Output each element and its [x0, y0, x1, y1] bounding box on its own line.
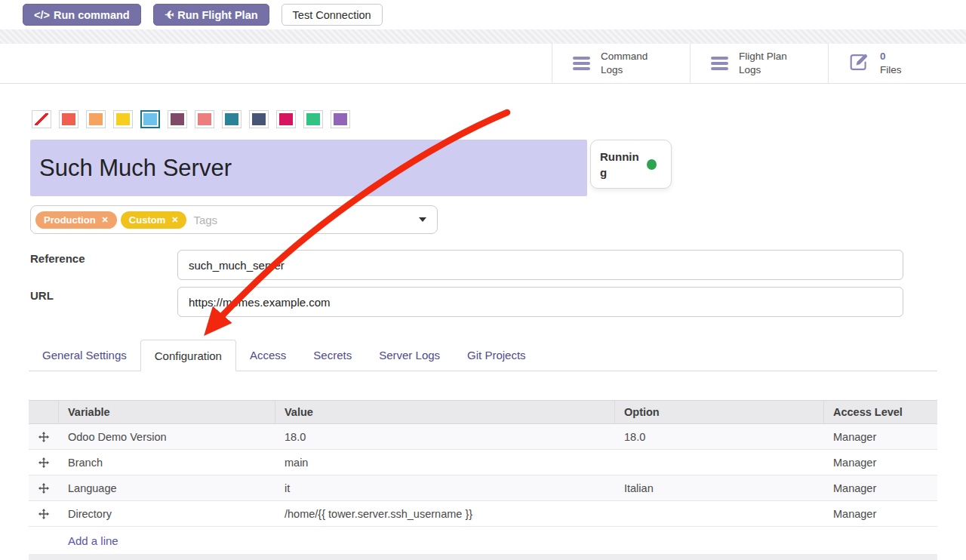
edit-pencil-icon — [849, 52, 869, 75]
drag-handle-icon[interactable] — [29, 506, 59, 522]
stat-button-row: Command Logs Flight Plan Logs 0 Files — [0, 44, 966, 84]
tag-production[interactable]: Production ✕ — [35, 211, 117, 229]
status-badge[interactable]: Running — [590, 140, 672, 189]
configuration-table: Variable Value Option Access Level Odoo … — [29, 400, 937, 560]
cell-option[interactable]: Italian — [615, 482, 824, 494]
tab-access[interactable]: Access — [236, 340, 300, 371]
table-row[interactable]: Language it Italian Manager — [29, 475, 937, 501]
cell-variable[interactable]: Directory — [59, 508, 275, 520]
color-swatch[interactable] — [59, 110, 78, 128]
flight-plan-logs-button[interactable]: Flight Plan Logs — [690, 44, 828, 83]
color-swatch[interactable] — [222, 110, 242, 128]
command-logs-label-line2: Logs — [601, 64, 623, 75]
status-label: Running — [600, 149, 639, 180]
reference-input[interactable] — [177, 250, 903, 280]
color-swatch[interactable] — [276, 110, 296, 128]
cell-variable[interactable]: Language — [59, 482, 275, 494]
value-column-header[interactable]: Value — [275, 401, 615, 423]
server-name-field[interactable]: Such Much Server — [30, 140, 587, 196]
color-swatch[interactable] — [331, 110, 350, 128]
command-logs-button[interactable]: Command Logs — [552, 44, 690, 83]
tab-git-projects[interactable]: Git Projects — [454, 340, 540, 371]
files-label: Files — [880, 64, 902, 75]
status-dot-icon — [647, 159, 657, 170]
files-count: 0 — [880, 51, 886, 62]
command-logs-label-line1: Command — [601, 51, 648, 62]
plane-icon: ✈ — [165, 8, 174, 22]
run-command-label: Run command — [54, 9, 130, 21]
flight-plan-logs-label-line2: Logs — [739, 64, 761, 75]
remove-tag-icon[interactable]: ✕ — [171, 215, 178, 225]
table-row[interactable]: Directory /home/{{ tower.server.ssh_user… — [29, 501, 937, 527]
url-input[interactable] — [177, 287, 903, 317]
no-color-icon — [35, 113, 48, 125]
add-a-line-link[interactable]: Add a line — [68, 534, 118, 547]
color-swatch[interactable] — [249, 110, 269, 128]
flight-plan-logs-label-line1: Flight Plan — [739, 51, 787, 62]
cell-access-level[interactable]: Manager — [824, 457, 937, 469]
table-row[interactable]: Odoo Demo Version 18.0 18.0 Manager — [29, 424, 937, 450]
tab-server-logs[interactable]: Server Logs — [365, 340, 454, 371]
table-row[interactable]: Branch main Manager — [29, 450, 937, 475]
cell-access-level[interactable]: Manager — [824, 431, 937, 443]
run-flight-plan-button[interactable]: ✈ Run Flight Plan — [153, 4, 269, 26]
table-header: Variable Value Option Access Level — [29, 400, 937, 424]
color-swatch[interactable] — [168, 110, 187, 128]
drag-handle-icon[interactable] — [29, 455, 59, 470]
cell-value[interactable]: /home/{{ tower.server.ssh_username }} — [275, 508, 615, 520]
list-icon — [573, 54, 590, 72]
color-picker — [32, 110, 350, 128]
page-title: Such Much Server — [30, 155, 232, 182]
cell-value[interactable]: main — [275, 457, 615, 469]
option-column-header[interactable]: Option — [615, 401, 824, 423]
drag-handle-icon[interactable] — [29, 481, 59, 496]
cell-variable[interactable]: Branch — [59, 457, 275, 469]
color-swatch[interactable] — [86, 110, 106, 128]
test-connection-button[interactable]: Test Connection — [281, 4, 383, 26]
add-line-row: Add a line — [29, 527, 937, 554]
cell-option[interactable]: 18.0 — [615, 431, 824, 443]
cell-value[interactable]: it — [275, 482, 615, 494]
tag-custom[interactable]: Custom ✕ — [121, 211, 187, 229]
handle-column-header — [29, 401, 59, 423]
tab-configuration[interactable]: Configuration — [140, 340, 236, 371]
color-swatch[interactable] — [195, 110, 214, 128]
reference-label: Reference — [30, 252, 85, 265]
table-footer-strip — [29, 554, 937, 560]
url-label: URL — [30, 289, 54, 302]
tab-general-settings[interactable]: General Settings — [29, 340, 140, 371]
list-icon — [711, 54, 728, 72]
tags-input[interactable]: Production ✕ Custom ✕ Tags — [30, 205, 438, 234]
notebook-tabs: General Settings Configuration Access Se… — [29, 340, 937, 371]
color-swatch[interactable] — [303, 110, 323, 128]
run-flight-plan-label: Run Flight Plan — [177, 9, 257, 21]
access-level-column-header[interactable]: Access Level — [824, 401, 937, 423]
run-command-button[interactable]: </> Run command — [23, 4, 141, 26]
color-swatch[interactable] — [113, 110, 133, 128]
files-button[interactable]: 0 Files — [828, 44, 966, 83]
tab-secrets[interactable]: Secrets — [300, 340, 365, 371]
cell-value[interactable]: 18.0 — [275, 431, 615, 443]
chevron-down-icon[interactable] — [419, 217, 426, 222]
drag-handle-icon[interactable] — [29, 429, 59, 445]
statusbar-strip — [0, 29, 966, 44]
test-connection-label: Test Connection — [293, 9, 371, 21]
action-bar: </> Run command ✈ Run Flight Plan Test C… — [23, 4, 383, 26]
cell-access-level[interactable]: Manager — [824, 482, 937, 494]
color-swatch-none[interactable] — [32, 110, 51, 128]
tag-production-label: Production — [44, 214, 96, 226]
server-form-page: </> Run command ✈ Run Flight Plan Test C… — [0, 0, 966, 560]
tag-custom-label: Custom — [129, 214, 165, 226]
color-swatch-selected[interactable] — [140, 110, 160, 128]
variable-column-header[interactable]: Variable — [59, 401, 275, 423]
code-icon: </> — [34, 9, 50, 21]
remove-tag-icon[interactable]: ✕ — [102, 215, 109, 225]
tags-placeholder: Tags — [193, 214, 217, 226]
cell-variable[interactable]: Odoo Demo Version — [59, 431, 275, 443]
cell-access-level[interactable]: Manager — [824, 508, 937, 520]
